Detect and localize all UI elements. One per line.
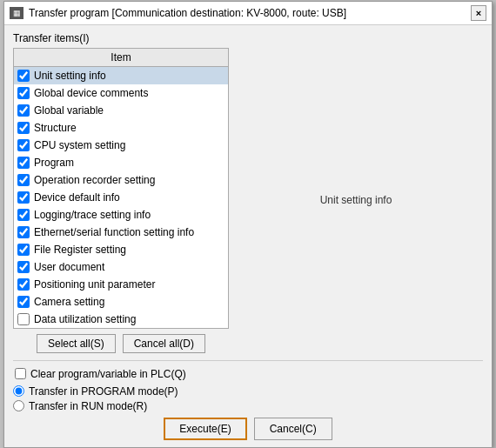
separator <box>13 360 483 361</box>
list-item-checkbox-2[interactable] <box>17 104 30 117</box>
list-item-checkbox-4[interactable] <box>17 139 30 151</box>
list-item-checkbox-14[interactable] <box>17 313 30 325</box>
list-item-checkbox-8[interactable] <box>17 209 30 221</box>
list-item[interactable]: Operation recorder setting <box>14 171 228 189</box>
info-text: Unit setting info <box>320 194 392 206</box>
items-table: Item Unit setting infoGlobal device comm… <box>13 48 229 329</box>
list-item-text: User document <box>34 261 104 273</box>
list-item-text: CPU system setting <box>34 139 125 151</box>
list-item[interactable]: Positioning unit parameter <box>14 276 228 293</box>
list-item-text: Ethernet/serial function setting info <box>34 226 194 238</box>
list-item[interactable]: Program <box>14 154 228 171</box>
radio-run-mode[interactable] <box>13 400 24 411</box>
list-item-text: Global device comments <box>34 87 148 99</box>
execute-button[interactable]: Execute(E) <box>164 418 246 440</box>
list-item-checkbox-1[interactable] <box>17 87 30 99</box>
list-item[interactable]: Global device comments <box>14 84 228 102</box>
clear-checkbox-row: Clear program/variable in PLC(Q) <box>13 368 483 380</box>
list-item-text: File Register setting <box>34 244 126 256</box>
list-item-checkbox-11[interactable] <box>17 261 30 273</box>
window-title: Transfer program [Communication destinat… <box>29 7 346 19</box>
cancel-button[interactable]: Cancel(C) <box>254 418 332 440</box>
list-item-checkbox-7[interactable] <box>17 191 30 204</box>
list-item[interactable]: Structure <box>14 119 228 137</box>
list-item-checkbox-12[interactable] <box>17 278 30 291</box>
radio-run-label: Transfer in RUN mode(R) <box>29 400 147 412</box>
list-item-text: Operation recorder setting <box>34 174 155 186</box>
list-item-text: Data utilization setting <box>34 313 136 325</box>
list-item-text: Logging/trace setting info <box>34 209 151 221</box>
list-item-checkbox-3[interactable] <box>17 122 30 134</box>
radio-group: Transfer in PROGRAM mode(P) Transfer in … <box>13 385 483 412</box>
radio-row-program: Transfer in PROGRAM mode(P) <box>13 385 483 398</box>
list-item-text: Camera setting <box>34 296 104 308</box>
clear-label: Clear program/variable in PLC(Q) <box>30 368 186 380</box>
list-item[interactable]: User document <box>14 258 228 276</box>
transfer-items-label: Transfer items(I) <box>13 32 483 44</box>
list-item-text: Unit setting info <box>34 70 106 82</box>
cancel-all-button[interactable]: Cancel all(D) <box>123 334 205 353</box>
main-window: ▦ Transfer program [Communication destin… <box>3 1 493 448</box>
list-item-text: Program <box>34 157 74 169</box>
info-panel: Unit setting info <box>229 48 483 353</box>
list-item[interactable]: Device default info <box>14 189 228 206</box>
list-item-checkbox-6[interactable] <box>17 174 30 186</box>
list-header: Item <box>14 49 228 67</box>
bottom-buttons: Execute(E) Cancel(C) <box>13 418 483 440</box>
select-all-button[interactable]: Select all(S) <box>37 334 116 353</box>
title-bar: ▦ Transfer program [Communication destin… <box>4 2 492 25</box>
list-item-text: Structure <box>34 122 77 134</box>
close-button[interactable]: × <box>471 5 486 21</box>
list-item[interactable]: Logging/trace setting info <box>14 206 228 224</box>
list-item[interactable]: Global variable <box>14 102 228 119</box>
list-item[interactable]: CPU system setting <box>14 137 228 154</box>
radio-program-label: Transfer in PROGRAM mode(P) <box>29 385 178 398</box>
radio-program-mode[interactable] <box>13 385 24 397</box>
list-item-text: Global variable <box>34 104 104 117</box>
main-area: Item Unit setting infoGlobal device comm… <box>13 48 483 353</box>
list-item-text: Device default info <box>34 191 120 204</box>
list-items-container: Unit setting infoGlobal device commentsG… <box>14 67 228 328</box>
list-item[interactable]: Ethernet/serial function setting info <box>14 224 228 241</box>
radio-row-run: Transfer in RUN mode(R) <box>13 400 483 412</box>
list-item[interactable]: Data utilization setting <box>14 311 228 328</box>
list-item-checkbox-0[interactable] <box>17 70 30 82</box>
list-item-checkbox-5[interactable] <box>17 157 30 169</box>
window-icon: ▦ <box>10 7 23 19</box>
list-item-checkbox-10[interactable] <box>17 244 30 256</box>
list-item-checkbox-9[interactable] <box>17 226 30 238</box>
list-buttons-row: Select all(S) Cancel all(D) <box>13 334 229 353</box>
list-item[interactable]: File Register setting <box>14 241 228 258</box>
list-panel: Item Unit setting infoGlobal device comm… <box>13 48 229 353</box>
list-item[interactable]: Camera setting <box>14 293 228 311</box>
list-item-text: Positioning unit parameter <box>34 278 155 291</box>
clear-checkbox[interactable] <box>15 368 26 379</box>
title-bar-left: ▦ Transfer program [Communication destin… <box>10 7 346 19</box>
list-item[interactable]: Unit setting info <box>14 67 228 84</box>
list-item-checkbox-13[interactable] <box>17 296 30 308</box>
content-area: Transfer items(I) Item Unit setting info… <box>4 25 492 447</box>
